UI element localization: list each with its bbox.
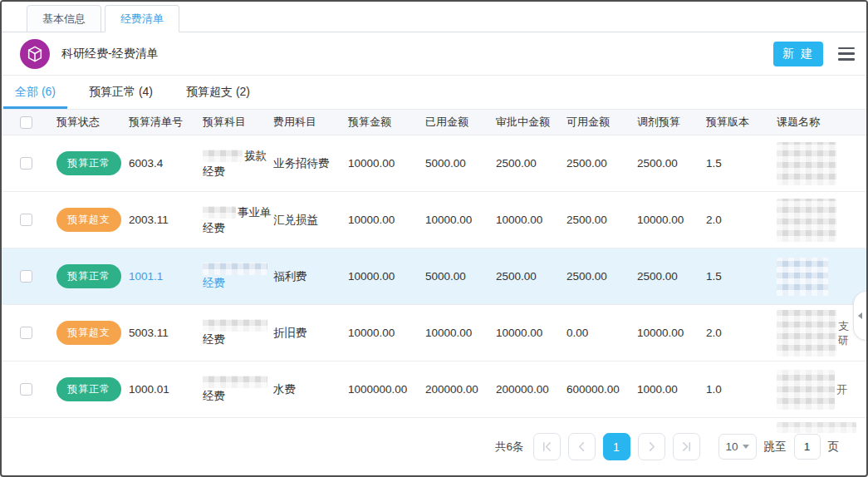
available-amount: 2500.00 [566,135,637,191]
status-badge: 预算超支 [56,208,121,232]
table-row[interactable]: 预算正常 1001.1 经费 福利费 10000.00 5000.00 2500… [2,248,866,305]
table-header-row: 预算状态 预算清单号 预算科目 费用科目 预算金额 已用金额 审批中金额 可用金… [2,110,866,135]
expense-subject: 福利费 [273,248,348,304]
col-adjusted: 调剂预算 [637,110,706,135]
budget-amount: 10000.00 [348,135,425,191]
budget-amount: 10000.00 [348,305,425,361]
adjusted-budget: 10000.00 [637,192,706,248]
page-unit-label: 页 [828,440,840,455]
topic-partial-text: 支 研 [838,319,849,347]
page-1-button[interactable]: 1 [603,433,630,460]
drawer-collapse-handle[interactable] [853,291,866,341]
top-tabbar: 基本信息 经费清单 [2,2,866,32]
new-button[interactable]: 新 建 [773,42,823,66]
budget-amount: 10000.00 [348,248,425,304]
budget-subject: 事业单 经费 [203,192,273,248]
status-badge: 预算正常 [56,377,121,401]
adjusted-budget: 2500.00 [637,248,706,304]
budget-subject: 经费 [203,248,273,304]
select-all-checkbox[interactable] [20,116,32,129]
prev-page-button[interactable] [568,433,596,460]
filter-tab-over[interactable]: 预算超支 (2) [174,76,262,109]
col-expense: 费用科目 [273,110,348,135]
in-approval-amount: 2500.00 [496,248,566,304]
budget-version: 1.0 [706,361,777,417]
list-no: 2003.11 [129,214,169,226]
expense-subject: 业务招待费 [273,135,348,191]
redacted-block [203,206,236,219]
row-checkbox[interactable] [20,157,32,170]
adjusted-budget: 2500.00 [637,135,706,191]
used-amount: 5000.00 [425,135,496,191]
col-status: 预算状态 [56,110,129,135]
expense-subject: 折旧费 [273,305,348,361]
in-approval-amount: 200000.00 [496,361,566,417]
redacted-block [777,258,828,296]
table-row[interactable]: 预算超支 2003.11 事业单 经费 汇兑损益 10000.00 10000.… [2,192,866,248]
budget-subject: 经费 [203,305,273,361]
redacted-block [203,376,267,388]
in-approval-amount: 2500.00 [496,135,566,191]
cube-icon [20,39,50,69]
budget-version: 2.0 [706,305,777,361]
list-no: 6003.4 [129,157,163,170]
used-amount: 10000.00 [425,305,496,361]
col-budget: 预算金额 [348,110,425,135]
in-approval-amount: 10000.00 [496,192,566,248]
arrow-left-icon [858,312,862,319]
budget-version: 2.0 [706,192,777,248]
row-checkbox[interactable] [20,327,32,339]
filter-tabbar: 全部 (6) 预算正常 (4) 预算超支 (2) [2,76,866,110]
jump-page-input[interactable] [794,434,821,460]
used-amount: 10000.00 [425,192,496,248]
available-amount: 600000.00 [566,361,637,417]
table-row[interactable]: 预算超支 5003.11 经费 折旧费 10000.00 10000.00 10… [2,305,866,361]
table-row[interactable]: 预算正常 1000.01 经费 水费 1000000.00 200000.00 … [2,361,866,418]
expense-subject: 汇兑损益 [273,192,348,248]
redacted-block [203,263,267,275]
redacted-block [777,142,836,185]
list-menu-icon[interactable] [838,47,855,61]
adjusted-budget: 1000.00 [637,361,706,417]
redacted-block [203,150,243,162]
first-page-button[interactable] [533,433,561,460]
list-no: 1000.01 [129,383,169,396]
app-window: 基本信息 经费清单 科研经费-经费清单 新 建 全部 (6) 预算正常 (4) … [0,0,868,477]
col-used: 已用金额 [425,110,496,135]
last-page-button[interactable] [673,433,700,460]
used-amount: 5000.00 [425,248,496,304]
topic-partial-text: 开 [836,382,847,396]
list-no: 5003.11 [129,327,169,339]
list-no-link[interactable]: 1001.1 [129,270,163,283]
status-badge: 预算正常 [56,264,121,288]
filter-tab-all[interactable]: 全部 (6) [3,76,67,109]
col-topic: 课题名称 [777,110,866,135]
page-title: 科研经费-经费清单 [61,47,159,61]
budget-subject: 拨款 经费 [203,135,273,191]
budget-version: 1.5 [706,248,777,304]
pagination-bar: 共6条 1 10 跳至 页 [2,418,866,475]
col-list-no: 预算清单号 [129,110,203,135]
filter-tab-normal[interactable]: 预算正常 (4) [77,76,164,109]
redacted-block [203,319,267,332]
row-checkbox[interactable] [20,214,32,226]
tab-expense-list[interactable]: 经费清单 [105,5,179,32]
in-approval-amount: 10000.00 [496,305,566,361]
redacted-block [777,310,836,357]
row-checkbox[interactable] [20,383,32,396]
page-header: 科研经费-经费清单 新 建 [2,32,866,76]
col-in-approval: 审批中金额 [496,110,566,135]
jump-label: 跳至 [764,440,787,455]
redacted-block [777,422,856,433]
budget-subject: 经费 [203,361,273,417]
page-size-select[interactable]: 10 [718,434,757,460]
table-row[interactable]: 预算正常 6003.4 拨款 经费 业务招待费 10000.00 5000.00… [2,135,866,192]
row-checkbox[interactable] [20,270,32,283]
available-amount: 2500.00 [566,192,637,248]
budget-amount: 1000000.00 [348,361,425,417]
available-amount: 0.00 [566,305,637,361]
available-amount: 2500.00 [566,248,637,304]
status-badge: 预算正常 [56,151,121,175]
tab-basic-info[interactable]: 基本信息 [27,5,101,32]
next-page-button[interactable] [638,433,665,460]
